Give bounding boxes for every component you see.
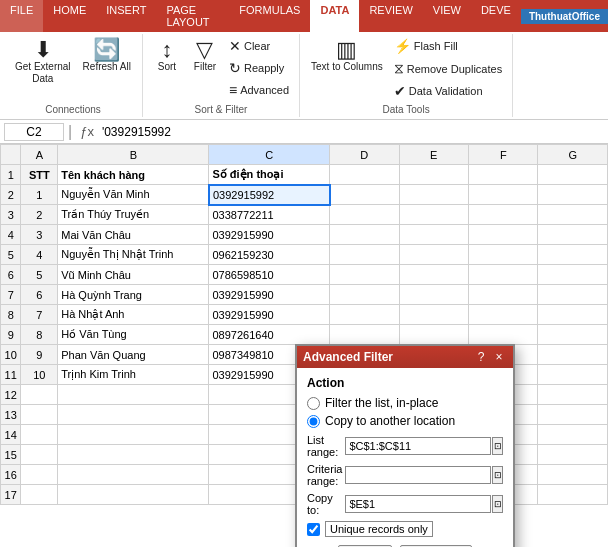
reapply-button[interactable]: ↻ Reapply [225,58,293,78]
empty-cell-r16c0[interactable] [21,465,58,485]
cell-d9[interactable] [330,325,399,345]
radio-copy-to-another-input[interactable] [307,415,320,428]
radio-filter-in-place[interactable]: Filter the list, in-place [307,396,503,410]
remove-duplicates-button[interactable]: ⧖ Remove Duplicates [390,58,506,79]
data-validation-button[interactable]: ✔ Data Validation [390,81,506,101]
cell-c5[interactable]: 0962159230 [209,245,330,265]
cell-b7[interactable]: Hà Quỳnh Trang [58,285,209,305]
cell-a11[interactable]: 10 [21,365,58,385]
empty-cell-r12c1[interactable] [58,385,209,405]
cell-f5[interactable] [469,245,538,265]
col-header-f[interactable]: F [469,145,538,165]
get-external-data-button[interactable]: ⬇ Get ExternalData [10,36,76,88]
unique-records-checkbox[interactable] [307,523,320,536]
cell-g5[interactable] [538,245,608,265]
filter-button[interactable]: ▽ Filter [187,36,223,76]
cell-b6[interactable]: Vũ Minh Châu [58,265,209,285]
empty-cell-r12c6[interactable] [538,385,608,405]
col-header-g[interactable]: G [538,145,608,165]
cell-c9[interactable]: 0897261640 [209,325,330,345]
cell-g7[interactable] [538,285,608,305]
cell-a9[interactable]: 8 [21,325,58,345]
cell-g8[interactable] [538,305,608,325]
col-header-b[interactable]: B [58,145,209,165]
cell-g3[interactable] [538,205,608,225]
cell-d7[interactable] [330,285,399,305]
list-range-input[interactable] [345,437,491,455]
empty-cell-r13c6[interactable] [538,405,608,425]
cell-c1[interactable]: Số điện thoại [209,165,330,185]
cell-d2[interactable] [330,185,399,205]
cell-a1[interactable]: STT [21,165,58,185]
tab-deve[interactable]: DEVE [471,0,521,32]
tab-data[interactable]: DATA [310,0,359,32]
cell-reference-box[interactable] [4,123,64,141]
sort-button[interactable]: ↕ Sort [149,36,185,76]
tab-insert[interactable]: INSERT [96,0,156,32]
cell-c3[interactable]: 0338772211 [209,205,330,225]
cell-b11[interactable]: Trịnh Kim Trinh [58,365,209,385]
list-range-select-button[interactable]: ⊡ [492,437,503,455]
empty-cell-r15c1[interactable] [58,445,209,465]
empty-cell-r15c0[interactable] [21,445,58,465]
cell-e5[interactable] [399,245,468,265]
col-header-a[interactable]: A [21,145,58,165]
empty-cell-r15c6[interactable] [538,445,608,465]
col-header-c[interactable]: C [209,145,330,165]
cell-e1[interactable] [399,165,468,185]
cell-c8[interactable]: 0392915990 [209,305,330,325]
unique-records-row[interactable]: Unique records only [307,521,503,537]
cell-f8[interactable] [469,305,538,325]
cell-g11[interactable] [538,365,608,385]
cell-e7[interactable] [399,285,468,305]
cell-g9[interactable] [538,325,608,345]
cell-g1[interactable] [538,165,608,185]
cell-e9[interactable] [399,325,468,345]
empty-cell-r14c6[interactable] [538,425,608,445]
tab-view[interactable]: VIEW [423,0,471,32]
cell-g6[interactable] [538,265,608,285]
cell-b4[interactable]: Mai Văn Châu [58,225,209,245]
empty-cell-r16c6[interactable] [538,465,608,485]
cell-e2[interactable] [399,185,468,205]
dialog-help-button[interactable]: ? [473,349,489,365]
refresh-all-button[interactable]: 🔄 Refresh All [78,36,136,76]
tab-review[interactable]: REVIEW [359,0,422,32]
cell-f6[interactable] [469,265,538,285]
tab-home[interactable]: HOME [43,0,96,32]
text-to-columns-button[interactable]: ▥ Text to Columns [306,36,388,76]
empty-cell-r12c0[interactable] [21,385,58,405]
formula-input[interactable] [98,124,604,140]
empty-cell-r17c0[interactable] [21,485,58,505]
cell-d8[interactable] [330,305,399,325]
empty-cell-r13c0[interactable] [21,405,58,425]
cell-f1[interactable] [469,165,538,185]
empty-cell-r17c1[interactable] [58,485,209,505]
cell-e4[interactable] [399,225,468,245]
copy-to-input[interactable] [345,495,491,513]
cell-a6[interactable]: 5 [21,265,58,285]
criteria-range-input[interactable] [345,466,491,484]
cell-e3[interactable] [399,205,468,225]
cell-a8[interactable]: 7 [21,305,58,325]
empty-cell-r13c1[interactable] [58,405,209,425]
cell-g2[interactable] [538,185,608,205]
cell-b2[interactable]: Nguyễn Văn Minh [58,185,209,205]
criteria-range-select-button[interactable]: ⊡ [492,466,503,484]
cell-a2[interactable]: 1 [21,185,58,205]
flash-fill-button[interactable]: ⚡ Flash Fill [390,36,506,56]
cell-b1[interactable]: Tên khách hàng [58,165,209,185]
clear-button[interactable]: ✕ Clear [225,36,293,56]
cell-g10[interactable] [538,345,608,365]
cell-a3[interactable]: 2 [21,205,58,225]
empty-cell-r17c6[interactable] [538,485,608,505]
empty-cell-r16c1[interactable] [58,465,209,485]
cell-b10[interactable]: Phan Văn Quang [58,345,209,365]
cell-d6[interactable] [330,265,399,285]
cell-a10[interactable]: 9 [21,345,58,365]
cell-e8[interactable] [399,305,468,325]
cell-f3[interactable] [469,205,538,225]
cell-c4[interactable]: 0392915990 [209,225,330,245]
tab-page-layout[interactable]: PAGE LAYOUT [156,0,229,32]
cell-f2[interactable] [469,185,538,205]
